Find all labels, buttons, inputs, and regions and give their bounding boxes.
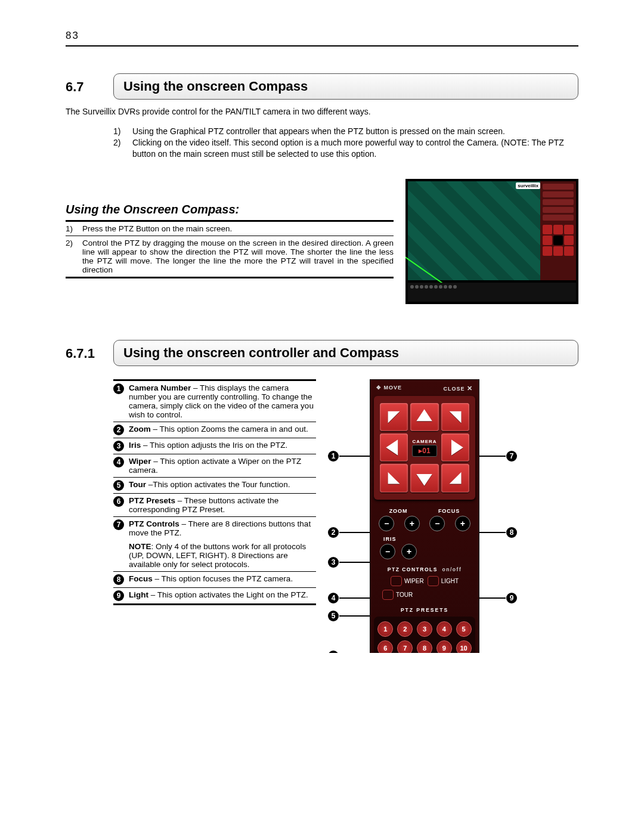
section-title: Using the onscreen Compass	[113, 73, 578, 100]
legend-num: 2	[113, 425, 124, 435]
legend-note: NOTE: Only 4 of the buttons work for all…	[129, 542, 316, 569]
callout-line	[339, 532, 374, 533]
legend-num: 8	[113, 574, 124, 585]
close-icon: ✕	[467, 385, 473, 392]
legend-text: Camera Number – This displays the camera…	[129, 383, 316, 419]
ptz-down-right-button[interactable]	[441, 464, 469, 492]
checkbox-icon	[382, 590, 394, 600]
ptz-controls-label: PTZ CONTROLS	[388, 566, 438, 572]
side-button[interactable]	[543, 199, 574, 205]
page-number: 83	[66, 30, 578, 47]
preset-button[interactable]: 2	[397, 621, 413, 637]
camera-display: CAMERA ▸01	[410, 433, 438, 462]
legend-text: Iris – This option adjusts the Iris on t…	[129, 441, 287, 450]
subsection-heading: Using the Onscreen Compass:	[66, 203, 394, 222]
presets-label: PTZ PRESETS	[374, 607, 475, 613]
preset-button[interactable]: 7	[397, 640, 413, 653]
step-text: Control the PTZ by dragging the mouse on…	[82, 239, 394, 274]
list-num: 1)	[113, 126, 132, 137]
focus-out-button[interactable]: −	[429, 516, 445, 531]
tour-toggle[interactable]: TOUR	[382, 590, 413, 600]
surveillix-logo: surveillix	[516, 182, 540, 189]
ptz-left-button[interactable]	[380, 433, 408, 462]
checkbox-icon	[391, 576, 402, 586]
side-button[interactable]	[543, 215, 574, 221]
legend-table: 1Camera Number – This displays the camer…	[113, 379, 316, 605]
zoom-out-button[interactable]: −	[379, 516, 394, 531]
wiper-toggle[interactable]: WIPER	[391, 576, 424, 586]
preset-button[interactable]: 3	[417, 621, 432, 637]
direction-line	[405, 227, 451, 289]
callout-line	[339, 456, 372, 457]
camera-label: CAMERA	[412, 439, 436, 444]
callout-line	[339, 597, 374, 599]
bottom-bar	[408, 283, 576, 302]
preset-button[interactable]: 6	[377, 640, 393, 653]
step-num: 1)	[66, 224, 82, 233]
onoff-label: on/off	[442, 566, 462, 572]
section-title: Using the onscreen controller and Compas…	[113, 340, 578, 366]
ptz-up-button[interactable]	[410, 403, 438, 431]
side-button[interactable]	[543, 184, 574, 190]
legend-text: Focus – This option focuses the PTZ came…	[129, 574, 293, 583]
list-item: Using the Graphical PTZ controller that …	[132, 126, 505, 137]
step-text: Press the PTZ Button on the main screen.	[82, 224, 394, 233]
callout-num: 4	[328, 593, 339, 603]
camera-number: ▸01	[412, 445, 436, 457]
callout-num: 3	[328, 557, 339, 568]
iris-open-button[interactable]: +	[401, 544, 417, 559]
legend-text: Zoom – This option Zooms the camera in a…	[129, 425, 308, 433]
callout-line	[339, 615, 374, 617]
ptz-down-button[interactable]	[410, 464, 438, 492]
callout-num: 1	[328, 451, 339, 462]
light-toggle[interactable]: LIGHT	[428, 576, 459, 586]
callout-num: 8	[506, 527, 517, 538]
side-button[interactable]	[543, 191, 574, 197]
focus-label: FOCUS	[438, 508, 460, 514]
list-num: 2)	[113, 137, 132, 160]
compass-screenshot: surveillix	[405, 179, 578, 304]
checkbox-icon	[428, 576, 439, 586]
list-item: Clicking on the video itself. This secon…	[132, 137, 566, 160]
callout-num: 9	[506, 593, 517, 603]
steps-table: 1)Press the PTZ Button on the main scree…	[66, 222, 394, 278]
ptz-up-right-button[interactable]	[441, 403, 469, 431]
legend-num: 5	[113, 480, 124, 491]
legend-num: 6	[113, 496, 124, 507]
move-handle[interactable]: ✥ MOVE	[376, 385, 402, 392]
ptz-up-left-button[interactable]	[380, 403, 408, 431]
legend-text: PTZ Presets – These buttons activate the…	[129, 496, 316, 514]
callout-num: 6	[328, 651, 339, 653]
section-number: 6.7	[66, 73, 113, 100]
legend-num: 4	[113, 457, 124, 467]
close-button[interactable]: CLOSE ✕	[443, 385, 473, 392]
preset-button[interactable]: 8	[417, 640, 432, 653]
mini-dpad[interactable]	[543, 225, 574, 256]
ptz-controller-panel: ✥ MOVE CLOSE ✕ CAMERA ▸01	[370, 379, 479, 653]
focus-in-button[interactable]: +	[455, 516, 470, 531]
zoom-in-button[interactable]: +	[404, 516, 420, 531]
side-button[interactable]	[543, 207, 574, 213]
legend-text: Light – This option activates the Light …	[129, 590, 308, 599]
iris-close-button[interactable]: −	[380, 544, 395, 559]
legend-text: PTZ Controls – There are 8 directions bu…	[129, 519, 316, 537]
preset-button[interactable]: 5	[456, 621, 472, 637]
intro-text: The Surveillix DVRs provide control for …	[66, 107, 578, 116]
legend-num: 3	[113, 441, 124, 451]
step-num: 2)	[66, 239, 82, 274]
preset-button[interactable]: 10	[456, 640, 472, 653]
callout-line	[339, 562, 374, 563]
callout-num: 2	[328, 527, 339, 538]
preset-button[interactable]: 1	[377, 621, 393, 637]
section-number: 6.7.1	[66, 340, 113, 366]
legend-num: 1	[113, 383, 124, 394]
video-area[interactable]	[408, 181, 543, 280]
presets-grid: 1 2 3 4 5 6 7 8 9 10	[374, 617, 475, 653]
preset-button[interactable]: 4	[436, 621, 452, 637]
ptz-right-button[interactable]	[441, 433, 469, 462]
ptz-down-left-button[interactable]	[380, 464, 408, 492]
zoom-label: ZOOM	[389, 508, 408, 514]
side-panel	[540, 181, 576, 280]
callout-num: 7	[506, 451, 517, 462]
preset-button[interactable]: 9	[436, 640, 452, 653]
